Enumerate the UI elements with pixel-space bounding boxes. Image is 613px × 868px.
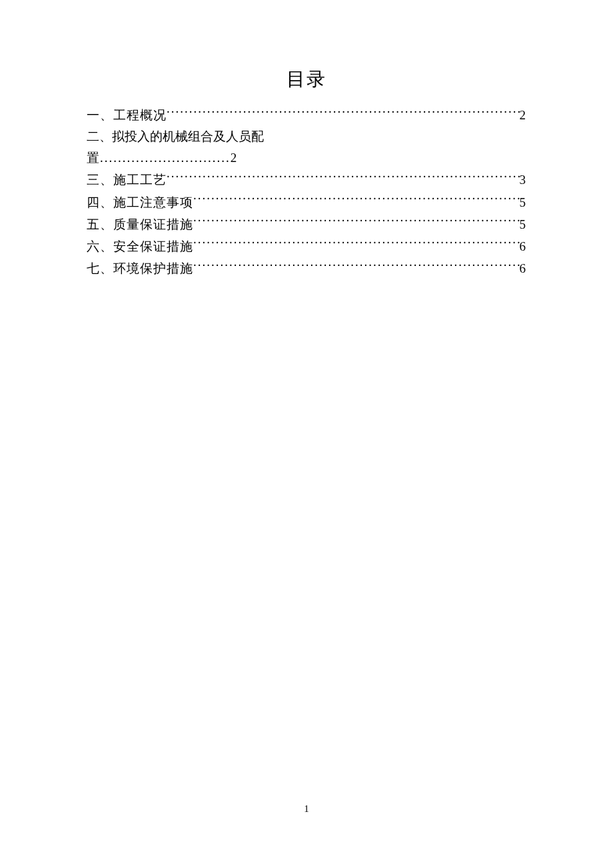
toc-leader-dots [167,169,520,185]
toc-entry-page: 2 [231,147,238,169]
toc-entry: 六、安全保证措施 6 [87,235,526,257]
toc-entry: 四、施工注意事项 5 [87,191,526,213]
toc-entry-page: 3 [520,169,527,191]
toc-entry-page: 5 [520,192,527,213]
toc-entry-page: 2 [520,105,527,126]
toc-entry-label: 三、施工工艺 [87,169,167,191]
toc-entry-label-cont: 置 [87,147,100,169]
toc-entry-page: 5 [520,214,527,235]
toc-entry-label: 二、拟投入的机械组合及人员配 [87,126,264,147]
toc-entry-label: 七、环境保护措施 [87,258,193,279]
toc-leader-dots [193,257,520,273]
page-number: 1 [0,803,613,815]
toc-leader-dots [193,213,520,229]
toc-entry-label: 一、工程概况 [87,105,167,126]
toc-leader-dots [193,235,520,251]
toc-title: 目录 [87,67,526,92]
toc-leader-dots [167,104,520,119]
toc-entry-page: 6 [520,258,527,279]
toc-entry-page: 6 [520,236,527,257]
toc-entry: 二、拟投入的机械组合及人员配 [87,126,526,147]
toc-list: 一、工程概况 2 二、拟投入的机械组合及人员配 置 ..............… [87,104,526,279]
toc-entry: 七、环境保护措施 6 [87,257,526,279]
toc-entry-label: 六、安全保证措施 [87,236,193,257]
toc-entry: 一、工程概况 2 [87,104,526,126]
toc-entry-label: 四、施工注意事项 [87,192,193,213]
toc-entry: 五、质量保证措施 5 [87,213,526,235]
toc-entry-continuation: 置 ............................. 2 [87,147,526,169]
toc-leader-dots: ............................. [100,147,231,169]
document-page: 目录 一、工程概况 2 二、拟投入的机械组合及人员配 置 ...........… [0,0,613,279]
toc-leader-dots [193,191,520,207]
toc-entry: 三、施工工艺 3 [87,169,526,191]
toc-entry-label: 五、质量保证措施 [87,214,193,235]
